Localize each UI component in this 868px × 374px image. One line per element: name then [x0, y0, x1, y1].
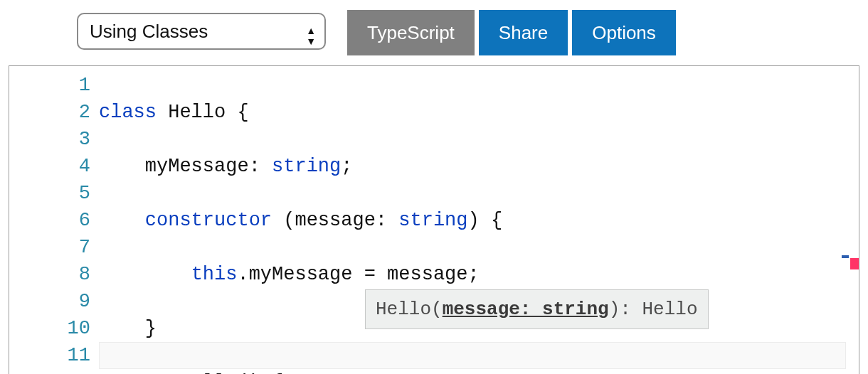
line-number: 10 [9, 315, 90, 342]
tab-share[interactable]: Share [479, 10, 568, 55]
line-number: 11 [9, 342, 90, 369]
line-number: 3 [9, 126, 90, 153]
code-line: sayHello() { [99, 369, 842, 374]
code-line: this.myMessage = message; [99, 261, 842, 288]
line-number: 7 [9, 234, 90, 261]
code-editor[interactable]: 1 2 3 4 5 6 7 8 9 10 11 class Hello { my… [9, 66, 859, 374]
line-number: 5 [9, 180, 90, 207]
sig-return: ): Hello [609, 299, 698, 320]
line-number: 8 [9, 261, 90, 288]
line-number: 2 [9, 99, 90, 126]
signature-help-popup: Hello(message: string): Hello [365, 289, 709, 329]
tab-label: Options [592, 22, 656, 44]
line-number: 9 [9, 288, 90, 315]
toolbar-tabs: TypeScript Share Options [347, 13, 680, 58]
tab-options[interactable]: Options [572, 10, 676, 55]
overview-ruler-error [850, 258, 859, 269]
tab-typescript[interactable]: TypeScript [347, 10, 475, 55]
code-line: class Hello { [99, 99, 842, 126]
example-select-wrap: Using Classes ▲▼ [77, 13, 326, 58]
overview-ruler-mark [842, 255, 849, 258]
sig-active-param: message: string [443, 299, 609, 320]
line-number-gutter: 1 2 3 4 5 6 7 8 9 10 11 [9, 72, 99, 369]
editor-frame: 1 2 3 4 5 6 7 8 9 10 11 class Hello { my… [9, 65, 859, 374]
toolbar: Using Classes ▲▼ TypeScript Share Option… [0, 0, 868, 58]
line-number: 1 [9, 72, 90, 99]
line-number: 4 [9, 153, 90, 180]
tab-label: Share [499, 22, 548, 44]
example-select[interactable]: Using Classes [77, 13, 326, 50]
tab-label: TypeScript [367, 22, 455, 44]
code-line: myMessage: string; [99, 153, 842, 180]
sig-callee: Hello( [376, 299, 443, 320]
line-number: 6 [9, 207, 90, 234]
code-line: constructor (message: string) { [99, 207, 842, 234]
